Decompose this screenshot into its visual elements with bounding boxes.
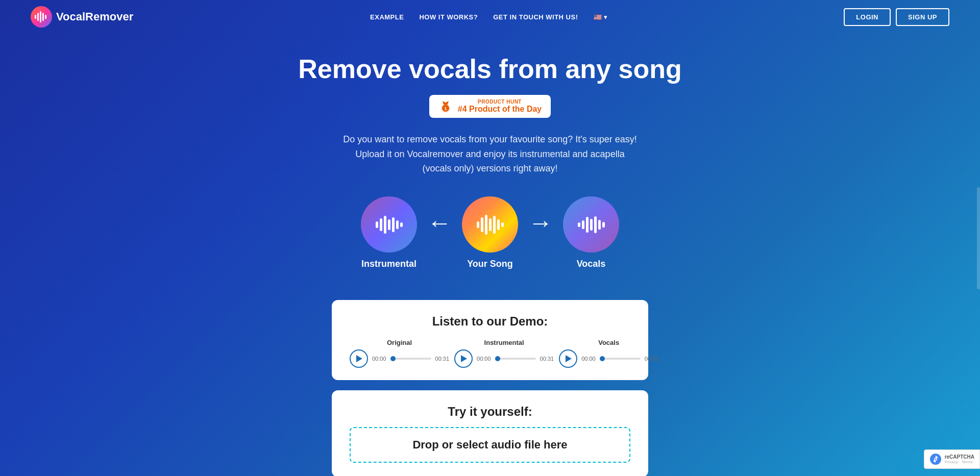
svg-rect-18 [485, 215, 487, 235]
nav-links: EXAMPLE HOW IT WORKS? GET IN TOUCH WITH … [370, 13, 607, 21]
signup-button[interactable]: SIGN UP [896, 8, 949, 26]
file-drop-zone[interactable]: Drop or select audio file here [350, 427, 630, 463]
player-original: Original 00:00 00:31 [350, 339, 449, 368]
player-original-knob [390, 356, 396, 361]
instrumental-circle [361, 196, 417, 253]
svg-rect-17 [481, 217, 483, 232]
svg-rect-19 [489, 218, 492, 231]
chevron-down-icon: ▾ [604, 13, 607, 21]
nav-actions: LOGIN SIGN UP [844, 8, 949, 26]
play-icon-2 [461, 355, 467, 362]
svg-rect-5 [45, 15, 46, 19]
player-original-progress[interactable] [390, 358, 431, 360]
svg-rect-1 [35, 15, 36, 19]
svg-rect-20 [493, 216, 496, 234]
svg-text:1: 1 [444, 106, 447, 111]
diagram: Instrumental ← Your Song → [10, 196, 970, 269]
play-vocals-button[interactable] [559, 349, 577, 368]
instrumental-waveform-icon [374, 213, 404, 236]
player-original-controls: 00:00 00:31 [350, 349, 449, 368]
play-icon [356, 355, 362, 362]
player-vocals-controls: 00:00 00:31 [559, 349, 658, 368]
ph-label-main: #4 Product of the Day [458, 105, 542, 113]
brand-name: VocalRemover [56, 10, 133, 23]
player-vocals-time-end: 00:31 [645, 356, 659, 362]
svg-rect-12 [388, 219, 390, 230]
hero-description: Do you want to remove vocals from your f… [342, 132, 638, 176]
svg-rect-25 [586, 217, 589, 233]
vocals-circle [563, 196, 619, 253]
try-section: Try it yourself: Drop or select audio fi… [332, 390, 648, 476]
recaptcha-text: reCAPTCHA Privacy - Terms [945, 454, 974, 464]
vocals-waveform-icon [576, 213, 606, 236]
svg-rect-27 [594, 216, 597, 233]
svg-rect-28 [598, 220, 601, 230]
player-original-time-end: 00:31 [435, 356, 450, 362]
svg-rect-26 [590, 219, 593, 231]
nav-contact[interactable]: GET IN TOUCH WITH US! [493, 13, 578, 21]
product-hunt-badge[interactable]: 1 PRODUCT HUNT #4 Product of the Day [429, 95, 551, 118]
drop-zone-text: Drop or select audio file here [412, 438, 567, 451]
player-original-time-start: 00:00 [372, 356, 386, 362]
nav-example[interactable]: EXAMPLE [370, 13, 404, 21]
ph-label-small: PRODUCT HUNT [458, 99, 542, 105]
diagram-your-song: Your Song [462, 196, 518, 269]
player-vocals-progress[interactable] [600, 358, 641, 360]
svg-rect-10 [380, 218, 382, 231]
demo-section: Listen to our Demo: Original 00:00 00:31 [332, 300, 648, 380]
your-song-waveform-icon [475, 213, 505, 236]
svg-rect-15 [400, 222, 403, 227]
player-vocals: Vocals 00:00 00:31 [559, 339, 658, 368]
player-vocals-label: Vocals [598, 339, 619, 346]
flag-icon: 🇺🇸 [594, 13, 602, 21]
diagram-instrumental: Instrumental [361, 196, 417, 269]
logo-icon [31, 6, 52, 28]
brand-logo[interactable]: VocalRemover [31, 6, 133, 28]
demo-title: Listen to our Demo: [350, 314, 630, 329]
hero-title: Remove vocals from any song [10, 54, 970, 85]
product-hunt-text: PRODUCT HUNT #4 Product of the Day [458, 99, 542, 114]
player-vocals-time-start: 00:00 [581, 356, 596, 362]
language-selector[interactable]: 🇺🇸 ▾ [594, 13, 607, 21]
scrollbar[interactable] [977, 187, 980, 289]
instrumental-label: Instrumental [361, 259, 416, 269]
vocals-label: Vocals [577, 259, 606, 269]
svg-rect-3 [40, 11, 41, 22]
arrow-right-icon: → [528, 209, 553, 237]
nav-how-it-works[interactable]: HOW IT WORKS? [419, 13, 478, 21]
svg-rect-21 [497, 219, 500, 230]
player-instrumental: Instrumental 00:00 00:31 [454, 339, 554, 368]
player-instrumental-time-start: 00:00 [477, 356, 491, 362]
hero-section: Remove vocals from any song 1 PRODUCT HU… [0, 34, 980, 476]
svg-point-32 [935, 459, 936, 460]
medal-icon: 1 [438, 99, 453, 113]
play-instrumental-button[interactable] [454, 349, 473, 368]
diagram-vocals: Vocals [563, 196, 619, 269]
login-button[interactable]: LOGIN [844, 8, 891, 26]
recaptcha-badge: reCAPTCHA Privacy - Terms [924, 449, 980, 469]
svg-rect-2 [37, 13, 39, 21]
player-original-label: Original [387, 339, 412, 346]
svg-rect-4 [42, 13, 44, 21]
svg-rect-22 [501, 222, 504, 227]
player-vocals-knob [600, 356, 605, 361]
player-instrumental-knob [495, 356, 500, 361]
svg-rect-16 [477, 221, 479, 228]
player-instrumental-progress[interactable] [495, 358, 536, 360]
recaptcha-label: reCAPTCHA [945, 454, 974, 460]
svg-rect-13 [392, 217, 395, 232]
try-title: Try it yourself: [350, 405, 630, 419]
player-instrumental-controls: 00:00 00:31 [454, 349, 554, 368]
play-original-button[interactable] [350, 349, 368, 368]
svg-rect-11 [384, 216, 386, 234]
navbar: VocalRemover EXAMPLE HOW IT WORKS? GET I… [0, 0, 980, 34]
your-song-label: Your Song [467, 259, 513, 269]
recaptcha-subtext: Privacy - Terms [945, 460, 974, 464]
play-icon-3 [566, 355, 572, 362]
player-instrumental-label: Instrumental [484, 339, 524, 346]
svg-rect-29 [602, 222, 605, 228]
arrow-left-icon: ← [427, 209, 452, 237]
player-instrumental-time-end: 00:31 [540, 356, 554, 362]
your-song-circle [462, 196, 518, 253]
demo-players: Original 00:00 00:31 Instrumental [350, 339, 630, 368]
